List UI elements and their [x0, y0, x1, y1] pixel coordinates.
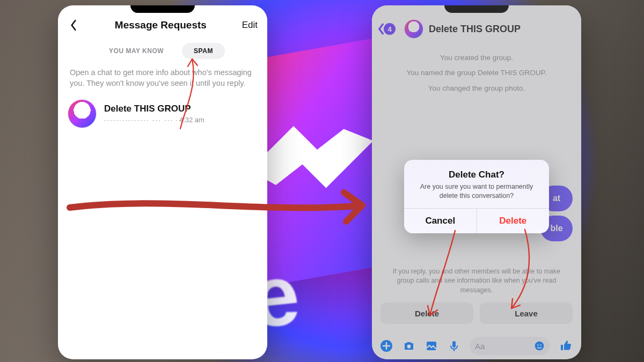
spam-thread-row[interactable]: Delete THIS GROUP ··············· ··· ··… — [58, 94, 267, 134]
microphone-icon[interactable] — [447, 339, 461, 353]
system-line: You created the group. — [393, 50, 560, 65]
system-messages: You created the group. You named the gro… — [372, 43, 581, 100]
camera-icon[interactable] — [402, 339, 416, 353]
svg-point-1 — [407, 345, 411, 349]
composer-bar: Aa — [372, 337, 581, 355]
reply-privacy-note: If you reply, you and other members will… — [385, 267, 568, 295]
alert-cancel-button[interactable]: Cancel — [404, 209, 477, 233]
like-icon[interactable] — [559, 338, 574, 353]
requests-tabs: YOU MAY KNOW SPAM — [58, 34, 267, 67]
unread-badge: 4 — [384, 23, 396, 35]
device-notch — [130, 5, 195, 13]
messenger-icon — [76, 107, 89, 120]
messenger-icon — [407, 23, 420, 35]
message-placeholder: Aa — [475, 342, 485, 351]
spam-info-text: Open a chat to get more info about who's… — [58, 67, 267, 94]
tab-spam[interactable]: SPAM — [182, 43, 225, 59]
chat-avatar[interactable] — [404, 19, 423, 39]
svg-point-5 — [537, 344, 538, 345]
thread-title: Delete THIS GROUP — [104, 104, 258, 114]
svg-point-6 — [540, 344, 541, 345]
gallery-icon[interactable] — [425, 339, 438, 353]
emoji-icon[interactable] — [534, 341, 545, 351]
leave-button[interactable]: Leave — [480, 302, 573, 324]
edit-button[interactable]: Edit — [242, 20, 258, 31]
chat-title[interactable]: Delete THIS GROUP — [429, 24, 521, 35]
alert-message: Are you sure you want to permanently del… — [414, 182, 539, 201]
thread-avatar — [68, 99, 97, 128]
message-input[interactable]: Aa — [470, 337, 550, 355]
page-title: Message Requests — [115, 19, 207, 31]
back-button[interactable]: 4 — [377, 23, 396, 35]
device-notch — [444, 5, 509, 13]
delete-chat-alert: Delete Chat? Are you sure you want to pe… — [404, 160, 549, 233]
system-line: You named the group Delete THIS GROUP. — [393, 65, 560, 80]
tab-you-may-know[interactable]: YOU MAY KNOW — [100, 43, 172, 59]
alert-delete-button[interactable]: Delete — [477, 209, 550, 233]
back-button[interactable] — [68, 19, 79, 31]
svg-point-4 — [535, 342, 544, 351]
screenshot-message-requests: Message Requests Edit YOU MAY KNOW SPAM … — [58, 5, 267, 359]
system-line: You changed the group photo. — [393, 81, 560, 96]
alert-title: Delete Chat? — [414, 169, 539, 180]
screenshot-delete-chat-dialog: 4 Delete THIS GROUP You created the grou… — [372, 5, 581, 359]
svg-rect-3 — [452, 341, 456, 348]
add-icon[interactable] — [379, 339, 393, 353]
thread-subtitle: ··············· ··· ··· · 4:32 am — [104, 116, 258, 124]
delete-button[interactable]: Delete — [380, 302, 473, 324]
